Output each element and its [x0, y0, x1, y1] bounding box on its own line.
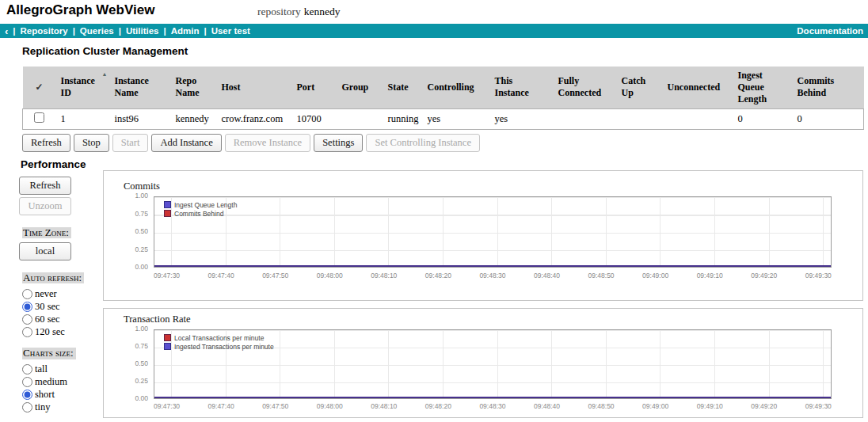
- radio-medium[interactable]: [22, 377, 32, 387]
- table-header-row: ✓ Instance ID ▲ Instance Name Repo Name …: [23, 67, 864, 108]
- x-axis-labels: 09:47:30 09:47:40 09:47:50 09:48:00 09:4…: [154, 272, 832, 279]
- col-header-label: Instance ID: [61, 75, 95, 98]
- legend-swatch: [164, 343, 171, 350]
- col-header-controlling[interactable]: Controlling: [423, 67, 490, 108]
- col-header-port[interactable]: Port: [292, 67, 337, 108]
- radio-short[interactable]: [22, 390, 32, 400]
- cell-state: running: [383, 108, 423, 129]
- x-tick-label: 09:47:40: [208, 272, 234, 279]
- radio-label: never: [35, 288, 57, 300]
- radio-tall[interactable]: [22, 364, 32, 374]
- y-tick-label: 0.00: [104, 264, 148, 271]
- x-tick-label: 09:48:30: [479, 272, 505, 279]
- commits-legend: Ingest Queue Length Commits Behind: [164, 200, 237, 218]
- charts-size-option-tiny[interactable]: tiny: [22, 401, 100, 414]
- nav-separator: |: [13, 26, 15, 36]
- auto-refresh-option-30-sec[interactable]: 30 sec: [22, 300, 100, 313]
- radio-label: 60 sec: [35, 314, 60, 325]
- cell-fully-connected: [554, 108, 617, 129]
- stop-button[interactable]: Stop: [74, 134, 109, 152]
- charts-size-label: Charts size:: [22, 348, 76, 359]
- nav-item-documentation[interactable]: Documentation: [797, 26, 863, 36]
- performance-sidebar: Performance Refresh Unzoom Time Zone: lo…: [19, 158, 100, 414]
- col-header-catch-up[interactable]: Catch Up: [617, 67, 663, 108]
- nav-item-utilities[interactable]: Utilities: [126, 26, 159, 36]
- auto-refresh-option-60-sec[interactable]: 60 sec: [22, 313, 100, 325]
- nav-item-queries[interactable]: Queries: [80, 26, 114, 36]
- y-tick-label: 0.25: [104, 378, 148, 385]
- time-zone-button[interactable]: local: [19, 242, 71, 260]
- nav-back-icon[interactable]: ‹: [5, 26, 8, 36]
- col-header-this-instance[interactable]: This Instance: [490, 67, 554, 108]
- radio-120-sec[interactable]: [22, 327, 32, 337]
- col-header-fully-connected[interactable]: Fully Connected: [554, 67, 617, 108]
- auto-refresh-label: Auto refresh:: [22, 272, 84, 283]
- cell-group: [337, 108, 383, 129]
- legend-item: Ingest Queue Length: [164, 200, 237, 209]
- settings-button[interactable]: Settings: [314, 134, 363, 152]
- transaction-rate-plot-area[interactable]: Local Transactions per minute Ingested T…: [154, 329, 832, 399]
- y-tick-label: 1.00: [104, 325, 148, 333]
- app-title: AllegroGraph WebView: [6, 2, 154, 18]
- commits-chart: Commits 1.00 0.75 0.50 0.25 0.00 Ingest …: [103, 170, 863, 301]
- x-tick-label: 09:49:00: [642, 402, 668, 410]
- cell-ingest-queue-length: 0: [733, 108, 793, 129]
- x-tick-label: 09:47:50: [262, 272, 288, 279]
- nav-item-repository[interactable]: Repository: [21, 26, 68, 36]
- x-tick-label: 09:47:40: [208, 402, 234, 410]
- auto-refresh-option-120-sec[interactable]: 120 sec: [22, 325, 100, 338]
- performance-title: Performance: [21, 158, 100, 170]
- radio-never[interactable]: [22, 289, 32, 299]
- charts-size-option-tall[interactable]: tall: [22, 363, 100, 376]
- col-header-repo-name[interactable]: Repo Name: [171, 67, 217, 108]
- top-header: AllegroGraph WebView repositorykennedy: [0, 0, 868, 24]
- x-tick-label: 09:48:00: [317, 402, 343, 410]
- cluster-action-row: Refresh Stop Start Add Instance Remove I…: [22, 134, 480, 152]
- col-header-unconnected[interactable]: Unconnected: [663, 67, 733, 108]
- col-header-instance-name[interactable]: Instance Name: [110, 67, 171, 108]
- series-line-zero: [154, 397, 831, 398]
- x-tick-label: 09:48:40: [534, 402, 560, 410]
- col-header-host[interactable]: Host: [217, 67, 292, 108]
- start-button: Start: [112, 134, 149, 152]
- x-tick-label: 09:47:50: [262, 402, 288, 410]
- time-zone-label: Time Zone:: [22, 227, 71, 238]
- radio-60-sec[interactable]: [22, 314, 32, 325]
- col-header-instance-id[interactable]: Instance ID ▲: [56, 67, 110, 108]
- select-all-header[interactable]: ✓: [23, 67, 56, 108]
- radio-30-sec[interactable]: [22, 302, 32, 312]
- x-tick-label: 09:48:30: [479, 402, 505, 410]
- transaction-rate-legend: Local Transactions per minute Ingested T…: [164, 333, 274, 351]
- legend-item: Commits Behind: [164, 209, 237, 218]
- radio-label: short: [35, 389, 55, 401]
- nav-separator: |: [73, 26, 75, 36]
- cell-controlling: yes: [423, 108, 490, 129]
- x-tick-label: 09:49:30: [805, 272, 832, 279]
- col-header-group[interactable]: Group: [337, 67, 383, 108]
- legend-swatch: [164, 334, 171, 341]
- x-axis-labels: 09:47:30 09:47:40 09:47:50 09:48:00 09:4…: [154, 402, 832, 410]
- auto-refresh-option-never[interactable]: never: [22, 287, 100, 300]
- nav-item-user-test[interactable]: User test: [211, 26, 250, 36]
- charts-size-option-short[interactable]: short: [22, 389, 100, 401]
- instance-row: 1 inst96 kennedy crow.franz.com 10700 ru…: [23, 108, 864, 129]
- charts-size-option-medium[interactable]: medium: [22, 376, 100, 389]
- legend-label: Local Transactions per minute: [174, 334, 264, 342]
- cluster-table: ✓ Instance ID ▲ Instance Name Repo Name …: [22, 67, 864, 130]
- x-tick-label: 09:48:10: [371, 272, 397, 279]
- commits-plot-area[interactable]: Ingest Queue Length Commits Behind: [154, 196, 832, 268]
- cell-this-instance: yes: [490, 108, 554, 129]
- col-header-commits-behind[interactable]: Commits Behind: [793, 67, 864, 108]
- performance-refresh-button[interactable]: Refresh: [19, 177, 71, 195]
- x-tick-label: 09:47:30: [154, 402, 180, 410]
- add-instance-button[interactable]: Add Instance: [151, 134, 221, 152]
- row-select-checkbox[interactable]: [34, 112, 44, 123]
- x-tick-label: 09:48:00: [317, 272, 343, 279]
- radio-tiny[interactable]: [22, 402, 32, 412]
- y-tick-label: 0.75: [104, 211, 148, 218]
- col-header-state[interactable]: State: [383, 67, 423, 108]
- col-header-ingest-queue-length[interactable]: Ingest Queue Length: [733, 67, 793, 108]
- nav-item-admin[interactable]: Admin: [171, 26, 200, 36]
- refresh-button[interactable]: Refresh: [22, 134, 70, 152]
- x-tick-label: 09:49:20: [751, 402, 777, 410]
